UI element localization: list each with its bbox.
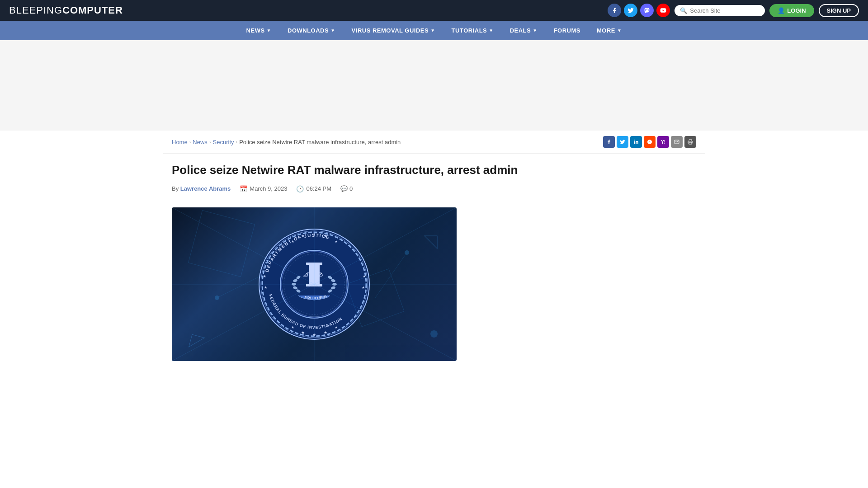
breadcrumb-current: Police seize Netwire RAT malware infrast… bbox=[239, 139, 401, 145]
article-sidebar bbox=[561, 163, 696, 361]
social-icons bbox=[608, 4, 670, 17]
nav-deals[interactable]: DEALS ▼ bbox=[502, 21, 546, 40]
share-icons: Y! bbox=[603, 136, 696, 148]
nav-downloads-label: DOWNLOADS bbox=[288, 27, 329, 34]
share-email-button[interactable] bbox=[671, 136, 683, 148]
share-facebook-button[interactable] bbox=[603, 136, 615, 148]
breadcrumb: Home › News › Security › Police seize Ne… bbox=[172, 139, 401, 145]
svg-rect-8 bbox=[189, 210, 255, 277]
nav-forums[interactable]: FORUMS bbox=[546, 21, 589, 40]
nav-news[interactable]: NEWS ▼ bbox=[238, 21, 279, 40]
nav-deals-label: DEALS bbox=[510, 27, 531, 34]
nav-forums-label: FORUMS bbox=[554, 27, 580, 34]
svg-point-1 bbox=[634, 140, 635, 141]
nav-news-label: NEWS bbox=[246, 27, 265, 34]
nav-tutorials[interactable]: TUTORIALS ▼ bbox=[443, 21, 502, 40]
search-icon: 🔍 bbox=[680, 7, 687, 14]
nav-virus-arrow: ▼ bbox=[430, 28, 435, 33]
date-meta: 📅 March 9, 2023 bbox=[240, 185, 287, 192]
login-label: LOGIN bbox=[787, 7, 806, 14]
twitter-icon[interactable] bbox=[624, 4, 637, 17]
nav-deals-arrow: ▼ bbox=[533, 28, 537, 33]
mastodon-icon[interactable] bbox=[640, 4, 654, 17]
article-image: ★ ★ ★ ★ ★ ★ ★ ★ ★ ★ ★ ★ ★ ★ bbox=[172, 207, 457, 361]
nav-virus-removal[interactable]: VIRUS REMOVAL GUIDES ▼ bbox=[344, 21, 443, 40]
site-header: BLEEPINGCOMPUTER 🔍 👤 LOGIN SIGN UP bbox=[0, 0, 868, 21]
svg-marker-15 bbox=[425, 230, 443, 249]
author-link[interactable]: Lawrence Abrams bbox=[180, 185, 231, 192]
nav-more-label: MORE bbox=[597, 27, 615, 34]
calendar-icon: 📅 bbox=[240, 185, 247, 192]
svg-rect-3 bbox=[689, 142, 692, 144]
header-right: 🔍 👤 LOGIN SIGN UP bbox=[608, 4, 859, 17]
article-main: Police seize Netwire RAT malware infrast… bbox=[172, 163, 547, 361]
logo-text-light: BLEEPING bbox=[9, 5, 62, 16]
nav-virus-removal-label: VIRUS REMOVAL GUIDES bbox=[352, 27, 429, 34]
site-logo[interactable]: BLEEPINGCOMPUTER bbox=[9, 5, 123, 16]
share-reddit-button[interactable] bbox=[644, 136, 656, 148]
breadcrumb-share-bar: Home › News › Security › Police seize Ne… bbox=[163, 131, 705, 154]
breadcrumb-security[interactable]: Security bbox=[213, 139, 234, 145]
breadcrumb-home[interactable]: Home bbox=[172, 139, 188, 145]
share-print-button[interactable] bbox=[684, 136, 696, 148]
article-time: 06:24 PM bbox=[306, 185, 331, 192]
signup-button[interactable]: SIGN UP bbox=[819, 4, 859, 17]
nav-news-arrow: ▼ bbox=[267, 28, 271, 33]
svg-line-14 bbox=[375, 253, 407, 298]
svg-point-12 bbox=[430, 330, 438, 338]
youtube-icon[interactable] bbox=[656, 4, 670, 17]
svg-marker-16 bbox=[184, 330, 205, 347]
svg-line-13 bbox=[217, 275, 262, 298]
comment-number: 0 bbox=[349, 185, 353, 192]
comment-count: 💬 0 bbox=[340, 185, 353, 192]
article-title: Police seize Netwire RAT malware infrast… bbox=[172, 163, 547, 178]
main-nav: NEWS ▼ DOWNLOADS ▼ VIRUS REMOVAL GUIDES … bbox=[0, 21, 868, 40]
article-container: Police seize Netwire RAT malware infrast… bbox=[163, 154, 705, 370]
clock-icon: 🕐 bbox=[296, 185, 304, 192]
author-label: By Lawrence Abrams bbox=[172, 185, 231, 192]
login-user-icon: 👤 bbox=[778, 7, 785, 14]
logo-text-bold: COMPUTER bbox=[62, 5, 123, 16]
breadcrumb-sep-3: › bbox=[236, 139, 238, 145]
nav-downloads[interactable]: DOWNLOADS ▼ bbox=[279, 21, 344, 40]
nav-tutorials-label: TUTORIALS bbox=[452, 27, 487, 34]
signup-label: SIGN UP bbox=[827, 7, 851, 14]
search-box: 🔍 bbox=[675, 5, 765, 16]
advertisement-banner bbox=[0, 40, 868, 131]
nav-tutorials-arrow: ▼ bbox=[489, 28, 493, 33]
svg-point-2 bbox=[647, 140, 652, 144]
nav-downloads-arrow: ▼ bbox=[330, 28, 335, 33]
article-date: March 9, 2023 bbox=[250, 185, 287, 192]
comment-icon: 💬 bbox=[340, 185, 348, 192]
nav-more-arrow: ▼ bbox=[617, 28, 622, 33]
share-yahoo-button[interactable]: Y! bbox=[657, 136, 669, 148]
time-meta: 🕐 06:24 PM bbox=[296, 185, 331, 192]
nav-more[interactable]: MORE ▼ bbox=[589, 21, 630, 40]
facebook-icon[interactable] bbox=[608, 4, 621, 17]
breadcrumb-news[interactable]: News bbox=[193, 139, 208, 145]
breadcrumb-sep-1: › bbox=[189, 139, 191, 145]
article-meta: By Lawrence Abrams 📅 March 9, 2023 🕐 06:… bbox=[172, 185, 547, 200]
breadcrumb-sep-2: › bbox=[209, 139, 211, 145]
share-twitter-button[interactable] bbox=[617, 136, 628, 148]
share-linkedin-button[interactable] bbox=[630, 136, 642, 148]
login-button[interactable]: 👤 LOGIN bbox=[769, 4, 814, 17]
search-input[interactable] bbox=[690, 7, 760, 14]
